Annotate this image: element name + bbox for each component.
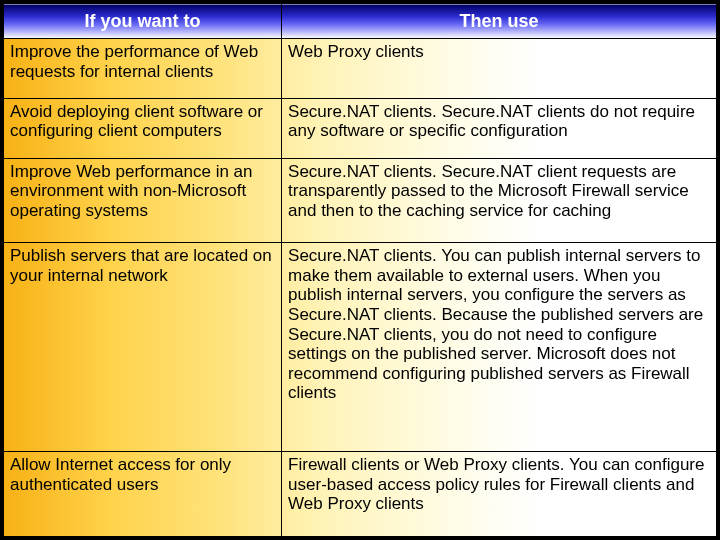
want-cell: Improve the performance of Web requests … bbox=[4, 39, 282, 99]
table-row: Allow Internet access for only authentic… bbox=[4, 452, 717, 537]
table-row: Publish servers that are located on your… bbox=[4, 243, 717, 452]
slide-frame: If you want to Then use Improve the perf… bbox=[0, 0, 720, 540]
use-cell: Secure.NAT clients. Secure.NAT client re… bbox=[282, 158, 717, 243]
want-cell: Avoid deploying client software or confi… bbox=[4, 98, 282, 158]
want-cell: Allow Internet access for only authentic… bbox=[4, 452, 282, 537]
table-row: Avoid deploying client software or confi… bbox=[4, 98, 717, 158]
table-row: Improve the performance of Web requests … bbox=[4, 39, 717, 99]
use-cell: Secure.NAT clients. You can publish inte… bbox=[282, 243, 717, 452]
use-cell: Secure.NAT clients. Secure.NAT clients d… bbox=[282, 98, 717, 158]
header-if-you-want-to: If you want to bbox=[4, 4, 282, 39]
want-cell: Publish servers that are located on your… bbox=[4, 243, 282, 452]
header-then-use: Then use bbox=[282, 4, 717, 39]
use-cell: Firewall clients or Web Proxy clients. Y… bbox=[282, 452, 717, 537]
want-cell: Improve Web performance in an environmen… bbox=[4, 158, 282, 243]
use-cell: Web Proxy clients bbox=[282, 39, 717, 99]
table-header-row: If you want to Then use bbox=[4, 4, 717, 39]
guidance-table: If you want to Then use Improve the perf… bbox=[3, 3, 717, 537]
table-row: Improve Web performance in an environmen… bbox=[4, 158, 717, 243]
